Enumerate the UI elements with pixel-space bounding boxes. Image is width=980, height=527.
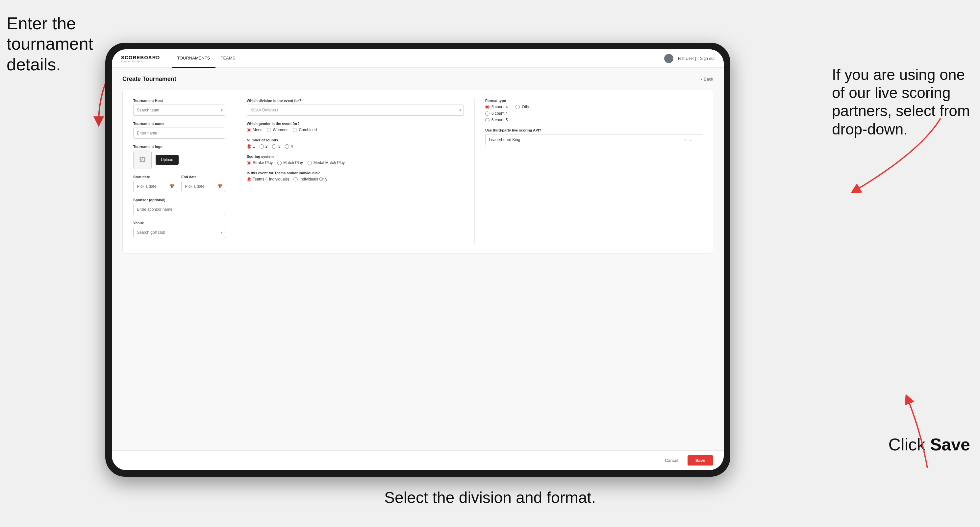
gender-womens[interactable]: Womens xyxy=(267,127,288,132)
save-button[interactable]: Save xyxy=(687,456,713,465)
nav-tournaments[interactable]: TOURNAMENTS xyxy=(172,49,215,68)
annotation-bottomright: Click Save xyxy=(888,434,970,455)
format-5count4[interactable]: 5 count 4 xyxy=(485,105,508,109)
gender-mens[interactable]: Mens xyxy=(247,127,262,132)
round-4-label: 4 xyxy=(291,144,293,149)
tablet: SCOREBOARD Powered by clippit TOURNAMENT… xyxy=(105,43,730,477)
avatar xyxy=(664,54,673,63)
scoring-label: Scoring system xyxy=(247,154,464,159)
format-other[interactable]: Other xyxy=(515,105,531,109)
nav-right: Test User | Sign out xyxy=(664,54,714,63)
form-col2: Which division is the event for? NCAA Di… xyxy=(236,98,464,244)
start-label: Start date xyxy=(133,175,177,179)
teams-label: Is this event for Teams and/or Individua… xyxy=(247,171,464,175)
sponsor-group: Sponsor (optional) xyxy=(133,198,225,215)
scoring-stroke[interactable]: Stroke Play xyxy=(247,160,273,165)
format-other-radio[interactable] xyxy=(515,105,520,109)
round-1-radio[interactable] xyxy=(247,144,251,149)
scoring-medal-radio[interactable] xyxy=(308,161,312,165)
round-2[interactable]: 2 xyxy=(259,144,268,149)
sponsor-label: Sponsor (optional) xyxy=(133,198,225,202)
round-1[interactable]: 1 xyxy=(247,144,255,149)
nav-links: TOURNAMENTS TEAMS xyxy=(172,49,240,68)
teams-plus-individuals-radio[interactable] xyxy=(247,177,251,181)
live-scoring-chevron-icon[interactable]: ⌄ xyxy=(689,138,692,142)
format-other-label: Other xyxy=(522,105,531,109)
name-label: Tournament name xyxy=(133,122,225,125)
host-input[interactable] xyxy=(133,105,225,116)
division-select[interactable]: NCAA Division I xyxy=(247,105,464,116)
signout-link[interactable]: Sign out xyxy=(700,56,714,61)
name-group: Tournament name xyxy=(133,122,225,139)
format-5count4-radio[interactable] xyxy=(485,105,490,109)
upload-button[interactable]: Upload xyxy=(156,155,179,165)
form-col1: Tournament Host ▾ Tournament name Tourna xyxy=(133,98,225,244)
round-2-label: 2 xyxy=(266,144,268,149)
live-scoring-clear-icon[interactable]: × xyxy=(684,138,687,142)
rounds-group: Number of rounds 1 2 xyxy=(247,138,464,149)
venue-group: Venue ▾ xyxy=(133,221,225,238)
page-header: Create Tournament ‹ Back xyxy=(123,76,713,83)
scoring-match-radio[interactable] xyxy=(277,161,282,165)
logo-label: Tournament logo xyxy=(133,144,225,149)
gender-womens-radio[interactable] xyxy=(267,128,271,132)
user-label: Test User | xyxy=(677,56,696,61)
host-input-wrapper: ▾ xyxy=(133,105,225,116)
dropdown-icon: ▾ xyxy=(221,230,223,235)
name-input[interactable] xyxy=(133,127,225,139)
host-group: Tournament Host ▾ xyxy=(133,98,225,116)
brand: SCOREBOARD Powered by clippit xyxy=(121,55,160,62)
scoring-match[interactable]: Match Play xyxy=(277,160,303,165)
round-3-radio[interactable] xyxy=(272,144,276,149)
gender-combined-label: Combined xyxy=(299,127,317,132)
format-type-left: 5 count 4 6 count 4 6 count 5 xyxy=(485,105,508,122)
rounds-label: Number of rounds xyxy=(247,138,464,142)
format-6count5-radio[interactable] xyxy=(485,118,490,122)
gender-womens-label: Womens xyxy=(273,127,288,132)
scoring-stroke-label: Stroke Play xyxy=(253,160,273,165)
round-1-label: 1 xyxy=(253,144,255,149)
format-6count4[interactable]: 6 count 4 xyxy=(485,111,508,116)
individuals-only[interactable]: Individuals Only xyxy=(293,177,327,181)
teams-group: Is this event for Teams and/or Individua… xyxy=(247,171,464,181)
start-date-field: 📅 xyxy=(133,181,177,192)
format-5count4-label: 5 count 4 xyxy=(492,105,508,109)
nav-teams[interactable]: TEAMS xyxy=(215,49,241,68)
live-scoring-group: Use third-party live scoring API? Leader… xyxy=(485,128,702,145)
annotation-topleft: Enter the tournament details. xyxy=(6,13,99,75)
round-4-radio[interactable] xyxy=(285,144,289,149)
format-row: 5 count 4 6 count 4 6 count 5 xyxy=(485,105,702,122)
round-4[interactable]: 4 xyxy=(285,144,293,149)
gender-combined-radio[interactable] xyxy=(293,128,297,132)
page-title: Create Tournament xyxy=(123,76,176,83)
scoring-medal[interactable]: Medal Match Play xyxy=(308,160,345,165)
round-3[interactable]: 3 xyxy=(272,144,280,149)
live-scoring-select[interactable]: Leaderboard King × ⌄ xyxy=(485,134,702,145)
format-6count5-label: 6 count 5 xyxy=(492,118,508,122)
teams-plus-individuals[interactable]: Teams (+Individuals) xyxy=(247,177,289,181)
logo-group: Tournament logo 🖼 Upload xyxy=(133,144,225,169)
host-label: Tournament Host xyxy=(133,98,225,103)
scoring-stroke-radio[interactable] xyxy=(247,161,251,165)
start-date-group: Start date 📅 xyxy=(133,175,177,192)
gender-mens-radio[interactable] xyxy=(247,128,251,132)
format-6count4-label: 6 count 4 xyxy=(492,111,508,116)
venue-input[interactable] xyxy=(133,227,225,238)
annotation-bottomcenter: Select the division and format. xyxy=(384,488,596,507)
gender-mens-label: Mens xyxy=(253,127,262,132)
form-columns: Tournament Host ▾ Tournament name Tourna xyxy=(133,98,702,244)
gender-combined[interactable]: Combined xyxy=(293,127,317,132)
format-6count5[interactable]: 6 count 5 xyxy=(485,118,508,122)
cancel-button[interactable]: Cancel xyxy=(660,456,683,465)
back-link[interactable]: ‹ Back xyxy=(701,76,713,81)
sponsor-input[interactable] xyxy=(133,204,225,215)
format-group: Format type 5 count 4 6 count xyxy=(485,98,702,122)
date-row: Start date 📅 End date xyxy=(133,175,225,192)
individuals-only-radio[interactable] xyxy=(293,177,298,181)
live-scoring-value-text: Leaderboard King xyxy=(489,137,520,142)
round-2-radio[interactable] xyxy=(259,144,264,149)
format-6count4-radio[interactable] xyxy=(485,111,490,116)
navbar: SCOREBOARD Powered by clippit TOURNAMENT… xyxy=(112,49,724,68)
individuals-only-label: Individuals Only xyxy=(299,177,327,181)
calendar-icon: 📅 xyxy=(170,184,175,189)
